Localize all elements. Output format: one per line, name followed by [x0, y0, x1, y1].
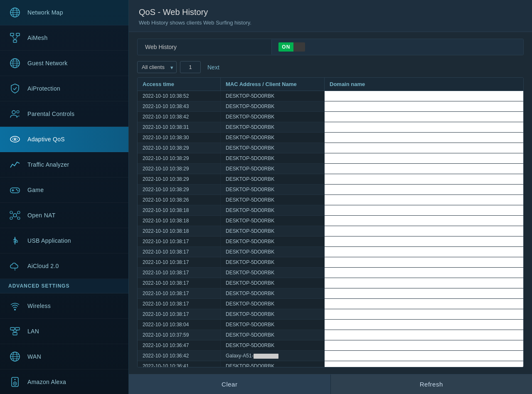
- cell-domain: [325, 143, 523, 153]
- cell-time: 2022-10-10 10:38:17: [138, 288, 221, 298]
- web-history-toggle[interactable]: ON: [278, 42, 305, 52]
- cell-time: 2022-10-10 10:38:18: [138, 205, 221, 215]
- cell-client: DESKTOP-5DO0RBK: [221, 236, 325, 246]
- cell-time: 2022-10-10 10:38:04: [138, 320, 221, 330]
- page-number-input[interactable]: [180, 61, 201, 73]
- cell-domain: [325, 122, 523, 132]
- toggle-off-area: [293, 42, 305, 52]
- cell-domain: [325, 278, 523, 288]
- sidebar-item-guest-network[interactable]: Guest Network: [0, 51, 128, 76]
- globe-icon: [8, 57, 22, 70]
- advanced-settings-header: Advanced Settings: [0, 279, 128, 293]
- cell-domain: [325, 320, 523, 330]
- cell-time: 2022-10-10 10:38:29: [138, 153, 221, 163]
- cell-time: 2022-10-10 10:38:18: [138, 226, 221, 236]
- cell-client: DESKTOP-5DO0RBK: [221, 288, 325, 298]
- cell-client: DESKTOP-5DO0RBK: [221, 122, 325, 132]
- cell-domain: [325, 205, 523, 215]
- network-icon: [8, 209, 22, 222]
- sidebar-item-wan[interactable]: WAN: [0, 344, 128, 369]
- cell-domain: [325, 351, 523, 361]
- table-row: 2022-10-10 10:37:59 DESKTOP-5DO0RBK: [138, 330, 523, 340]
- cell-domain: [325, 91, 523, 101]
- cell-domain: [325, 216, 523, 226]
- cell-client: DESKTOP-5DO0RBK: [221, 268, 325, 278]
- sidebar-item-parental-controls[interactable]: Parental Controls: [0, 101, 128, 127]
- table-row: 2022-10-10 10:36:42 Galaxy-A51-: [138, 351, 523, 361]
- svg-line-31: [16, 213, 17, 214]
- svg-rect-5: [10, 33, 14, 36]
- qos-icon: [8, 133, 22, 146]
- sidebar-item-aimesh[interactable]: AiMesh: [0, 25, 128, 51]
- svg-rect-7: [13, 40, 17, 42]
- sidebar-label-open-nat: Open NAT: [27, 212, 56, 219]
- cell-client: DESKTOP-5DO0RBK: [221, 340, 325, 350]
- svg-line-32: [12, 216, 14, 217]
- web-history-toggle-row: Web History ON: [137, 39, 524, 55]
- sidebar-label-usb-application: USB Application: [27, 237, 71, 244]
- svg-point-24: [17, 190, 19, 192]
- table-row: 2022-10-10 10:38:29 DESKTOP-5DO0RBK: [138, 143, 523, 153]
- sidebar-item-game[interactable]: Game: [0, 177, 128, 203]
- sidebar-item-amazon-alexa[interactable]: Amazon Alexa: [0, 369, 128, 394]
- cell-domain: [325, 185, 523, 195]
- sidebar-label-adaptive-qos: Adaptive QoS: [27, 136, 65, 143]
- lan-icon: [8, 325, 22, 338]
- cell-client: DESKTOP-5DO0RBK: [221, 101, 325, 111]
- sidebar-item-open-nat[interactable]: Open NAT: [0, 203, 128, 228]
- cell-domain: [325, 133, 523, 143]
- svg-point-38: [14, 309, 16, 310]
- refresh-button[interactable]: Refresh: [331, 374, 532, 394]
- cell-time: 2022-10-10 10:38:30: [138, 133, 221, 143]
- globe-icon: [8, 350, 22, 363]
- cell-time: 2022-10-10 10:38:29: [138, 185, 221, 195]
- table-row: 2022-10-10 10:38:04 DESKTOP-5DO0RBK: [138, 320, 523, 330]
- svg-rect-39: [10, 328, 15, 330]
- cell-client: DESKTOP-5DO0RBK: [221, 164, 325, 174]
- svg-line-43: [15, 330, 17, 332]
- table-row: 2022-10-10 10:36:47 DESKTOP-5DO0RBK: [138, 340, 523, 351]
- table-row: 2022-10-10 10:38:17 DESKTOP-5DO0RBK: [138, 278, 523, 288]
- svg-rect-36: [16, 241, 17, 242]
- cell-domain: [325, 195, 523, 205]
- cell-domain: [325, 101, 523, 111]
- web-history-control: ON: [272, 39, 523, 55]
- svg-rect-40: [15, 328, 20, 330]
- cell-time: 2022-10-10 10:38:18: [138, 216, 221, 226]
- sidebar-item-adaptive-qos[interactable]: Adaptive QoS: [0, 127, 128, 152]
- sidebar-item-traffic-analyzer[interactable]: Traffic Analyzer: [0, 152, 128, 177]
- table-row: 2022-10-10 10:36:41 DESKTOP-5DO0RBK: [138, 361, 523, 367]
- cell-client: DESKTOP-5DO0RBK: [221, 153, 325, 163]
- svg-point-52: [15, 383, 16, 384]
- cell-client: DESKTOP-5DO0RBK: [221, 112, 325, 122]
- cell-time: 2022-10-10 10:38:17: [138, 247, 221, 257]
- cell-client: DESKTOP-5DO0RBK: [221, 257, 325, 267]
- chart-icon: [8, 158, 22, 171]
- next-button[interactable]: Next: [204, 62, 223, 72]
- sidebar-item-aiprotection[interactable]: AiProtection: [0, 76, 128, 101]
- client-filter-select[interactable]: All clients: [137, 61, 177, 73]
- sidebar-item-wireless[interactable]: Wireless: [0, 293, 128, 319]
- sidebar-item-network-map[interactable]: Network Map: [0, 0, 128, 25]
- sidebar-label-traffic-analyzer: Traffic Analyzer: [27, 161, 69, 168]
- table-row: 2022-10-10 10:38:18 DESKTOP-5DO0RBK: [138, 226, 523, 236]
- toggle-on-label: ON: [278, 42, 293, 52]
- col-access-time: Access time: [138, 78, 221, 91]
- sidebar-item-usb-application[interactable]: USB Application: [0, 228, 128, 254]
- table-row: 2022-10-10 10:38:17 DESKTOP-5DO0RBK: [138, 299, 523, 309]
- cell-client: DESKTOP-5DO0RBK: [221, 143, 325, 153]
- page-subtitle: Web History shows clients Web Surfing hi…: [139, 20, 522, 26]
- client-filter-wrapper: All clients: [137, 61, 177, 73]
- sidebar-label-aicloud: AiCloud 2.0: [27, 263, 59, 269]
- cell-client: DESKTOP-5DO0RBK: [221, 216, 325, 226]
- cell-time: 2022-10-10 10:38:17: [138, 268, 221, 278]
- svg-point-27: [17, 211, 20, 214]
- sidebar-item-aicloud[interactable]: AiCloud 2.0: [0, 254, 128, 279]
- svg-point-29: [17, 217, 20, 219]
- svg-point-16: [17, 111, 19, 113]
- clear-button[interactable]: Clear: [129, 374, 331, 394]
- cell-time: 2022-10-10 10:37:59: [138, 330, 221, 340]
- footer-row: Clear Refresh: [129, 374, 532, 394]
- table-row: 2022-10-10 10:38:26 DESKTOP-5DO0RBK: [138, 195, 523, 205]
- sidebar-item-lan[interactable]: LAN: [0, 319, 128, 344]
